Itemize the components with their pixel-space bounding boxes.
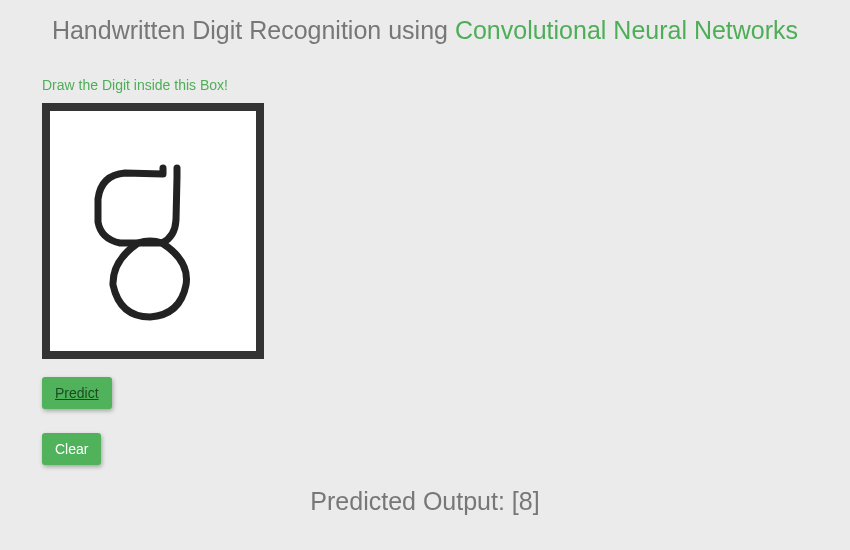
title-highlight: Convolutional Neural Networks bbox=[455, 16, 798, 44]
predicted-output: Predicted Output: [8] bbox=[0, 487, 850, 516]
title-prefix: Handwritten Digit Recognition using bbox=[52, 16, 455, 44]
drawn-digit-icon bbox=[50, 111, 256, 351]
page-header: Handwritten Digit Recognition using Conv… bbox=[0, 0, 850, 55]
drawing-canvas[interactable] bbox=[42, 103, 264, 359]
predict-button[interactable]: Predict bbox=[42, 377, 112, 409]
page-title: Handwritten Digit Recognition using Conv… bbox=[0, 16, 850, 45]
output-label: Predicted Output: bbox=[310, 487, 512, 515]
output-value: [8] bbox=[512, 487, 540, 515]
clear-button[interactable]: Clear bbox=[42, 433, 101, 465]
draw-instruction: Draw the Digit inside this Box! bbox=[42, 77, 850, 93]
